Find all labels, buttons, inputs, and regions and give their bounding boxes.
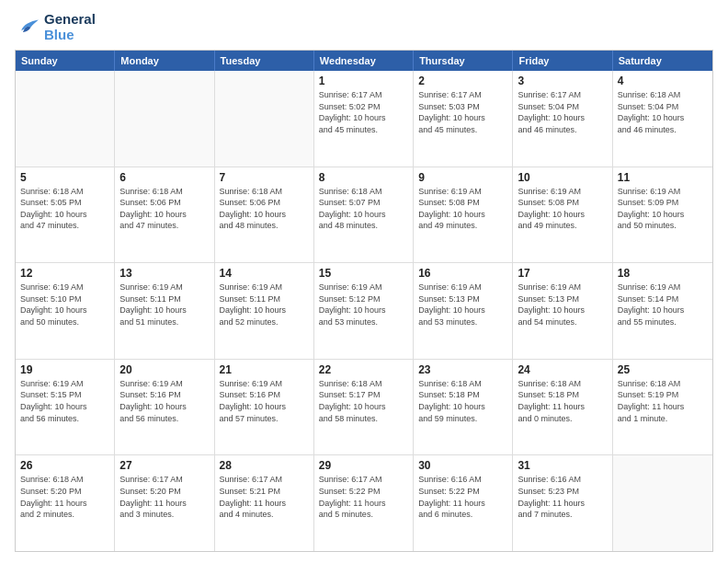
calendar-day: 13Sunrise: 6:19 AM Sunset: 5:11 PM Dayli… xyxy=(115,263,214,359)
day-number: 29 xyxy=(319,459,408,472)
calendar-day: 29Sunrise: 6:17 AM Sunset: 5:22 PM Dayli… xyxy=(314,455,414,551)
day-number: 27 xyxy=(119,459,209,472)
day-number: 15 xyxy=(319,267,408,280)
calendar-day: 19Sunrise: 6:19 AM Sunset: 5:15 PM Dayli… xyxy=(16,360,115,455)
calendar-day: 31Sunrise: 6:16 AM Sunset: 5:23 PM Dayli… xyxy=(513,455,612,551)
day-info: Sunrise: 6:18 AM Sunset: 5:04 PM Dayligh… xyxy=(618,89,708,135)
day-info: Sunrise: 6:17 AM Sunset: 5:20 PM Dayligh… xyxy=(119,474,209,520)
day-number: 8 xyxy=(319,171,408,184)
calendar-body: 1Sunrise: 6:17 AM Sunset: 5:02 PM Daylig… xyxy=(16,71,712,551)
day-number: 7 xyxy=(220,171,309,184)
day-info: Sunrise: 6:18 AM Sunset: 5:18 PM Dayligh… xyxy=(518,378,607,424)
weekday-header: Thursday xyxy=(414,51,513,71)
calendar-day: 21Sunrise: 6:19 AM Sunset: 5:16 PM Dayli… xyxy=(215,360,314,455)
day-info: Sunrise: 6:19 AM Sunset: 5:10 PM Dayligh… xyxy=(20,282,109,327)
calendar-empty-day xyxy=(613,455,712,551)
calendar-day: 15Sunrise: 6:19 AM Sunset: 5:12 PM Dayli… xyxy=(314,263,414,359)
day-number: 22 xyxy=(319,363,408,376)
day-number: 18 xyxy=(618,267,708,280)
day-info: Sunrise: 6:19 AM Sunset: 5:14 PM Dayligh… xyxy=(618,282,708,327)
day-info: Sunrise: 6:18 AM Sunset: 5:06 PM Dayligh… xyxy=(119,186,209,232)
calendar-day: 2Sunrise: 6:17 AM Sunset: 5:03 PM Daylig… xyxy=(414,71,513,167)
day-info: Sunrise: 6:17 AM Sunset: 5:03 PM Dayligh… xyxy=(418,89,507,135)
calendar-empty-day xyxy=(16,71,115,167)
day-info: Sunrise: 6:19 AM Sunset: 5:11 PM Dayligh… xyxy=(119,282,209,327)
day-number: 24 xyxy=(518,363,607,376)
weekday-header: Tuesday xyxy=(215,51,314,71)
day-number: 11 xyxy=(618,171,708,184)
calendar-day: 22Sunrise: 6:18 AM Sunset: 5:17 PM Dayli… xyxy=(314,360,414,455)
calendar-day: 1Sunrise: 6:17 AM Sunset: 5:02 PM Daylig… xyxy=(314,71,414,167)
day-info: Sunrise: 6:16 AM Sunset: 5:22 PM Dayligh… xyxy=(418,474,507,520)
calendar-week: 26Sunrise: 6:18 AM Sunset: 5:20 PM Dayli… xyxy=(16,455,712,551)
weekday-header: Monday xyxy=(115,51,214,71)
day-number: 12 xyxy=(20,267,109,280)
day-info: Sunrise: 6:18 AM Sunset: 5:18 PM Dayligh… xyxy=(418,378,507,424)
day-number: 20 xyxy=(119,363,209,376)
day-number: 3 xyxy=(518,75,607,87)
day-info: Sunrise: 6:18 AM Sunset: 5:06 PM Dayligh… xyxy=(220,186,309,232)
weekday-header: Sunday xyxy=(16,51,115,71)
calendar-day: 12Sunrise: 6:19 AM Sunset: 5:10 PM Dayli… xyxy=(16,263,115,359)
day-info: Sunrise: 6:18 AM Sunset: 5:07 PM Dayligh… xyxy=(319,186,408,232)
day-info: Sunrise: 6:19 AM Sunset: 5:11 PM Dayligh… xyxy=(220,282,309,327)
calendar-week: 12Sunrise: 6:19 AM Sunset: 5:10 PM Dayli… xyxy=(16,263,712,360)
calendar-day: 20Sunrise: 6:19 AM Sunset: 5:16 PM Dayli… xyxy=(115,360,214,455)
day-info: Sunrise: 6:19 AM Sunset: 5:15 PM Dayligh… xyxy=(20,378,109,424)
day-number: 25 xyxy=(618,363,708,376)
calendar-week: 1Sunrise: 6:17 AM Sunset: 5:02 PM Daylig… xyxy=(16,71,712,167)
day-number: 19 xyxy=(20,363,109,376)
day-info: Sunrise: 6:17 AM Sunset: 5:22 PM Dayligh… xyxy=(319,474,408,520)
logo: General Blue xyxy=(15,11,96,42)
day-number: 10 xyxy=(518,171,607,184)
calendar-day: 28Sunrise: 6:17 AM Sunset: 5:21 PM Dayli… xyxy=(215,455,314,551)
day-info: Sunrise: 6:18 AM Sunset: 5:05 PM Dayligh… xyxy=(20,186,109,232)
day-number: 21 xyxy=(220,363,309,376)
day-info: Sunrise: 6:19 AM Sunset: 5:08 PM Dayligh… xyxy=(418,186,507,232)
calendar-day: 10Sunrise: 6:19 AM Sunset: 5:08 PM Dayli… xyxy=(513,167,612,263)
header: General Blue xyxy=(15,11,713,42)
day-number: 9 xyxy=(418,171,507,184)
calendar-week: 5Sunrise: 6:18 AM Sunset: 5:05 PM Daylig… xyxy=(16,167,712,264)
day-number: 4 xyxy=(618,75,708,87)
day-number: 30 xyxy=(418,459,507,472)
calendar-day: 16Sunrise: 6:19 AM Sunset: 5:13 PM Dayli… xyxy=(414,263,513,359)
calendar-day: 17Sunrise: 6:19 AM Sunset: 5:13 PM Dayli… xyxy=(513,263,612,359)
calendar-day: 14Sunrise: 6:19 AM Sunset: 5:11 PM Dayli… xyxy=(215,263,314,359)
calendar-header: SundayMondayTuesdayWednesdayThursdayFrid… xyxy=(16,51,712,71)
day-info: Sunrise: 6:19 AM Sunset: 5:08 PM Dayligh… xyxy=(518,186,607,232)
calendar-day: 6Sunrise: 6:18 AM Sunset: 5:06 PM Daylig… xyxy=(115,167,214,263)
weekday-header: Wednesday xyxy=(314,51,414,71)
day-info: Sunrise: 6:18 AM Sunset: 5:20 PM Dayligh… xyxy=(20,474,109,520)
calendar-empty-day xyxy=(215,71,314,167)
calendar-day: 18Sunrise: 6:19 AM Sunset: 5:14 PM Dayli… xyxy=(613,263,712,359)
day-info: Sunrise: 6:18 AM Sunset: 5:17 PM Dayligh… xyxy=(319,378,408,424)
day-number: 5 xyxy=(20,171,109,184)
day-number: 1 xyxy=(319,75,408,87)
day-info: Sunrise: 6:19 AM Sunset: 5:16 PM Dayligh… xyxy=(119,378,209,424)
calendar-day: 5Sunrise: 6:18 AM Sunset: 5:05 PM Daylig… xyxy=(16,167,115,263)
calendar-day: 8Sunrise: 6:18 AM Sunset: 5:07 PM Daylig… xyxy=(314,167,414,263)
day-info: Sunrise: 6:19 AM Sunset: 5:12 PM Dayligh… xyxy=(319,282,408,327)
calendar-day: 7Sunrise: 6:18 AM Sunset: 5:06 PM Daylig… xyxy=(215,167,314,263)
day-info: Sunrise: 6:19 AM Sunset: 5:13 PM Dayligh… xyxy=(518,282,607,327)
day-info: Sunrise: 6:19 AM Sunset: 5:09 PM Dayligh… xyxy=(618,186,708,232)
day-number: 14 xyxy=(220,267,309,280)
day-number: 26 xyxy=(20,459,109,472)
logo-icon xyxy=(15,17,40,37)
calendar-day: 3Sunrise: 6:17 AM Sunset: 5:04 PM Daylig… xyxy=(513,71,612,167)
calendar-day: 4Sunrise: 6:18 AM Sunset: 5:04 PM Daylig… xyxy=(613,71,712,167)
weekday-header: Saturday xyxy=(613,51,712,71)
day-number: 16 xyxy=(418,267,507,280)
day-info: Sunrise: 6:17 AM Sunset: 5:04 PM Dayligh… xyxy=(518,89,607,135)
calendar-day: 27Sunrise: 6:17 AM Sunset: 5:20 PM Dayli… xyxy=(115,455,214,551)
day-number: 6 xyxy=(119,171,209,184)
day-info: Sunrise: 6:17 AM Sunset: 5:02 PM Dayligh… xyxy=(319,89,408,135)
day-number: 31 xyxy=(518,459,607,472)
calendar-day: 25Sunrise: 6:18 AM Sunset: 5:19 PM Dayli… xyxy=(613,360,712,455)
calendar-week: 19Sunrise: 6:19 AM Sunset: 5:15 PM Dayli… xyxy=(16,360,712,456)
day-info: Sunrise: 6:16 AM Sunset: 5:23 PM Dayligh… xyxy=(518,474,607,520)
day-number: 17 xyxy=(518,267,607,280)
day-number: 23 xyxy=(418,363,507,376)
weekday-header: Friday xyxy=(513,51,612,71)
